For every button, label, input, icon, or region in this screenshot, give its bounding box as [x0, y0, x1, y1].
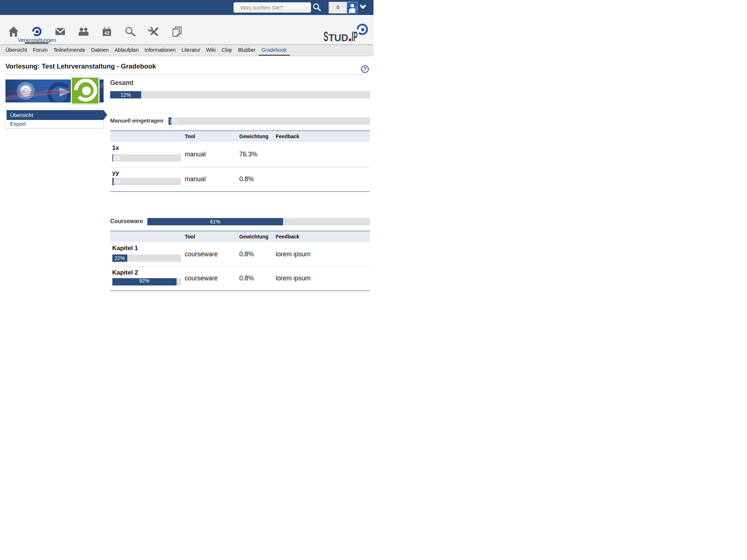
svg-text:TUD: TUD — [329, 32, 348, 43]
svg-text:S: S — [324, 29, 328, 44]
svg-text:IP: IP — [352, 29, 358, 44]
svg-text:42: 42 — [104, 31, 109, 36]
